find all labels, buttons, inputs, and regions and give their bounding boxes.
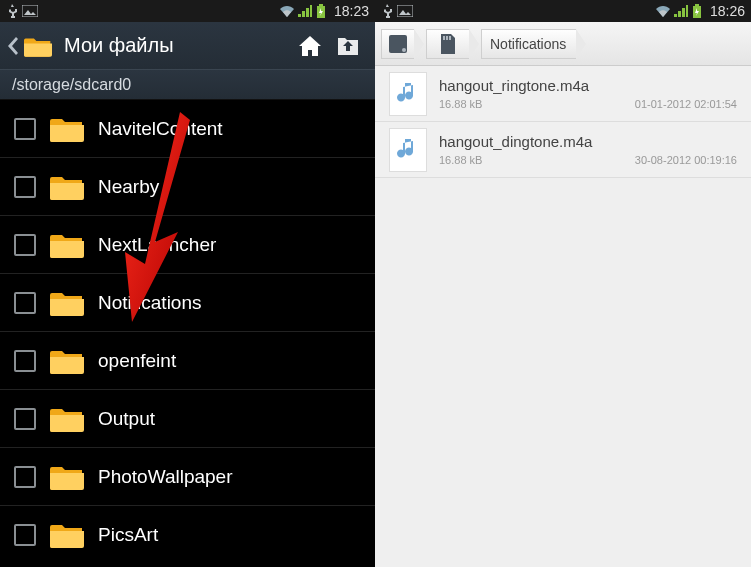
breadcrumb-current[interactable]: Notifications — [481, 29, 576, 59]
app-title: Мои файлы — [64, 34, 174, 57]
folder-label: openfeint — [98, 350, 176, 372]
status-right: 18:23 — [280, 3, 369, 19]
file-row[interactable]: hangout_ringtone.m4a16.88 kB01-01-2012 0… — [375, 66, 751, 122]
folder-icon — [50, 463, 84, 491]
home-button[interactable] — [291, 27, 329, 65]
checkbox[interactable] — [14, 524, 36, 546]
folder-icon — [50, 347, 84, 375]
checkbox[interactable] — [14, 466, 36, 488]
mountain-icon — [397, 5, 413, 17]
storage-icon — [386, 32, 410, 56]
file-text: hangout_ringtone.m4a16.88 kB01-01-2012 0… — [439, 77, 737, 110]
folder-row[interactable]: NavitelContent — [0, 100, 375, 158]
status-bar: 18:26 — [375, 0, 751, 22]
sd-card-icon — [435, 32, 459, 56]
folder-label: PhotoWallpaper — [98, 466, 232, 488]
folder-row[interactable]: openfeint — [0, 332, 375, 390]
file-date: 01-01-2012 02:01:54 — [635, 98, 737, 110]
svg-rect-10 — [449, 36, 451, 40]
breadcrumb-sd[interactable] — [426, 29, 469, 59]
file-row[interactable]: hangout_dingtone.m4a16.88 kB30-08-2012 0… — [375, 122, 751, 178]
folder-icon — [50, 115, 84, 143]
file-name: hangout_dingtone.m4a — [439, 133, 737, 150]
wifi-icon — [280, 5, 294, 17]
checkbox[interactable] — [14, 118, 36, 140]
breadcrumb-root[interactable] — [381, 29, 414, 59]
folder-label: Nearby — [98, 176, 159, 198]
status-bar: 18:23 — [0, 0, 375, 22]
folder-row[interactable]: Notifications — [0, 274, 375, 332]
svg-point-7 — [402, 48, 406, 52]
app-header: Мои файлы — [0, 22, 375, 70]
signal-icon — [674, 5, 688, 17]
folder-icon — [50, 173, 84, 201]
svg-rect-9 — [446, 36, 448, 40]
folder-label: PicsArt — [98, 524, 158, 546]
checkbox[interactable] — [14, 408, 36, 430]
battery-charging-icon — [316, 4, 326, 18]
battery-charging-icon — [692, 4, 702, 18]
up-button[interactable] — [329, 27, 367, 65]
folder-icon — [50, 289, 84, 317]
usb-icon — [6, 4, 18, 18]
status-left — [381, 4, 413, 18]
clock: 18:23 — [334, 3, 369, 19]
folder-list[interactable]: NavitelContentNearbyNextLauncherNotifica… — [0, 100, 375, 567]
folder-icon — [50, 231, 84, 259]
file-date: 30-08-2012 00:19:16 — [635, 154, 737, 166]
folder-row[interactable]: NextLauncher — [0, 216, 375, 274]
music-file-icon — [389, 128, 427, 172]
folder-row[interactable]: Nearby — [0, 158, 375, 216]
usb-icon — [381, 4, 393, 18]
folder-up-icon — [336, 35, 360, 57]
status-left — [6, 4, 38, 18]
checkbox[interactable] — [14, 234, 36, 256]
signal-icon — [298, 5, 312, 17]
folder-icon — [24, 35, 52, 57]
folder-row[interactable]: PhotoWallpaper — [0, 448, 375, 506]
folder-label: Output — [98, 408, 155, 430]
mountain-icon — [22, 5, 38, 17]
file-text: hangout_dingtone.m4a16.88 kB30-08-2012 0… — [439, 133, 737, 166]
file-size: 16.88 kB — [439, 154, 482, 166]
screen-right: 18:26 Notifications hangout_ringtone.m4a… — [375, 0, 751, 567]
clock: 18:26 — [710, 3, 745, 19]
breadcrumb-label: Notifications — [490, 36, 566, 52]
folder-icon — [50, 405, 84, 433]
chevron-left-icon — [8, 37, 18, 55]
folder-label: NextLauncher — [98, 234, 216, 256]
path-display[interactable]: /storage/sdcard0 — [0, 70, 375, 100]
folder-icon — [50, 521, 84, 549]
svg-rect-8 — [443, 36, 445, 40]
home-icon — [299, 36, 321, 56]
file-size: 16.88 kB — [439, 98, 482, 110]
folder-label: NavitelContent — [98, 118, 223, 140]
file-name: hangout_ringtone.m4a — [439, 77, 737, 94]
folder-row[interactable]: Output — [0, 390, 375, 448]
screen-left: 18:23 Мои файлы /storage/sdcard0 Navitel… — [0, 0, 375, 567]
checkbox[interactable] — [14, 292, 36, 314]
file-list[interactable]: hangout_ringtone.m4a16.88 kB01-01-2012 0… — [375, 66, 751, 178]
svg-rect-2 — [319, 4, 323, 6]
checkbox[interactable] — [14, 350, 36, 372]
breadcrumb-bar: Notifications — [375, 22, 751, 66]
svg-rect-3 — [397, 5, 413, 17]
status-right: 18:26 — [656, 3, 745, 19]
back-button[interactable]: Мои файлы — [8, 34, 174, 57]
svg-rect-5 — [695, 4, 699, 6]
checkbox[interactable] — [14, 176, 36, 198]
music-file-icon — [389, 72, 427, 116]
wifi-icon — [656, 5, 670, 17]
svg-rect-0 — [22, 5, 38, 17]
folder-label: Notifications — [98, 292, 202, 314]
folder-row[interactable]: PicsArt — [0, 506, 375, 564]
